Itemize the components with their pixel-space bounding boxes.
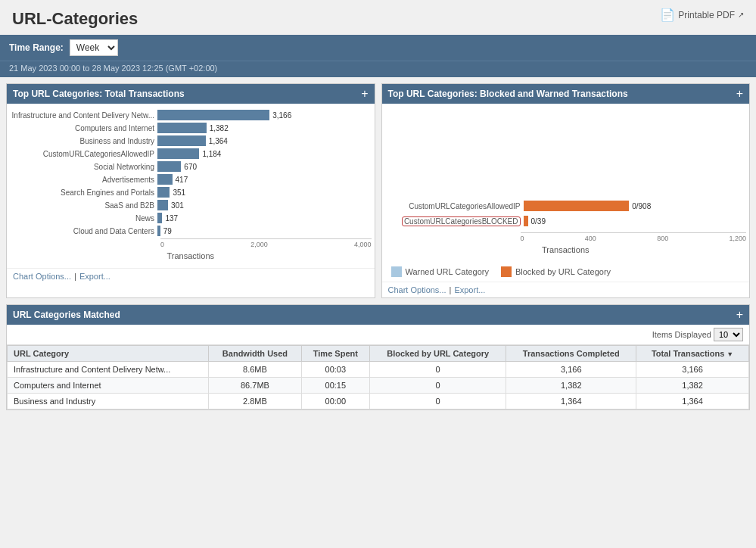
left-bar-fill — [157, 110, 269, 120]
left-bar-value: 137 — [165, 214, 178, 223]
left-bar-fill — [157, 200, 168, 210]
left-chart-header: Top URL Categories: Total Transactions + — [7, 84, 375, 104]
left-chart-area: Infrastructure and Content Delivery Netw… — [7, 104, 375, 268]
table-row: Business and Industry2.8MB00:0001,3641,3… — [8, 394, 749, 409]
right-chart-expand-button[interactable]: + — [736, 88, 743, 100]
left-chart-options-link[interactable]: Chart Options... — [13, 272, 71, 281]
right-bar-fill — [524, 201, 630, 211]
legend-warned-box — [391, 266, 402, 277]
cell-category: Computers and Internet — [8, 378, 209, 394]
right-x-axis-labels: 0 400 800 1,200 — [521, 232, 747, 242]
date-range-bar: 21 May 2023 00:00 to 28 May 2023 12:25 (… — [0, 61, 756, 77]
col-total-transactions[interactable]: Total Transactions ▼ — [636, 346, 749, 362]
right-bar-row: CustomURLCategoriesAllowedIP0/908 — [391, 201, 741, 211]
legend-blocked-label: Blocked by URL Category — [515, 267, 611, 276]
left-bar-label: CustomURLCategoriesAllowedIP — [10, 150, 157, 158]
pdf-link-label: Printable PDF — [678, 10, 735, 20]
col-blocked: Blocked by URL Category — [370, 346, 506, 362]
left-bar-label: Computers and Internet — [10, 124, 157, 132]
charts-row: Top URL Categories: Total Transactions +… — [0, 77, 756, 304]
items-displayed-bar: Items Displayed 10 25 50 — [7, 325, 749, 345]
time-range-bar: Time Range: Week Day Month — [0, 35, 756, 61]
left-bar-value: 351 — [173, 188, 185, 197]
cell-total-tx: 1,382 — [636, 378, 749, 394]
cell-tx-completed: 1,364 — [506, 394, 636, 409]
left-export-link[interactable]: Export... — [79, 272, 110, 281]
left-bar-value: 1,382 — [210, 124, 229, 132]
left-bar-label: SaaS and B2B — [10, 201, 157, 210]
right-footer-separator: | — [450, 285, 452, 294]
table-header: URL Categories Matched + — [7, 305, 749, 325]
cell-bandwidth: 8.6MB — [209, 362, 301, 378]
cell-time: 00:03 — [301, 362, 369, 378]
left-bar-fill — [157, 148, 199, 159]
left-chart-expand-button[interactable]: + — [361, 88, 368, 100]
external-link-icon: ↗ — [738, 11, 744, 19]
left-x-axis-title: Transactions — [10, 251, 372, 260]
cell-bandwidth: 86.7MB — [209, 378, 301, 394]
table-section: URL Categories Matched + Items Displayed… — [6, 304, 750, 410]
right-chart-legend: Warned URL Category Blocked by URL Categ… — [382, 262, 750, 282]
col-url-category: URL Category — [8, 346, 209, 362]
left-bar-fill — [157, 213, 162, 223]
left-bar-value: 1,364 — [209, 137, 228, 145]
left-bar-label: Social Networking — [10, 163, 157, 171]
table-expand-button[interactable]: + — [736, 309, 743, 321]
right-bar-fill — [524, 216, 528, 226]
right-bar-label: CustomURLCategoriesBLOCKED — [391, 216, 524, 226]
date-range-text: 21 May 2023 00:00 to 28 May 2023 12:25 (… — [9, 64, 217, 73]
right-bar-value: 0/39 — [531, 217, 546, 226]
left-bar-row: Infrastructure and Content Delivery Netw… — [10, 110, 372, 120]
left-bar-label: Business and Industry — [10, 137, 157, 145]
left-bar-label: Cloud and Data Centers — [10, 227, 157, 235]
right-chart-title: Top URL Categories: Blocked and Warned T… — [388, 89, 628, 99]
right-chart-options-link[interactable]: Chart Options... — [388, 285, 446, 294]
legend-warned: Warned URL Category — [391, 266, 489, 277]
col-bandwidth-used: Bandwidth Used — [209, 346, 301, 362]
left-bar-row: Search Engines and Portals351 — [10, 187, 372, 198]
left-bar-label: Search Engines and Portals — [10, 188, 157, 197]
items-displayed-select[interactable]: 10 25 50 — [714, 328, 743, 341]
time-range-select[interactable]: Week Day Month — [70, 39, 118, 56]
cell-blocked: 0 — [370, 394, 506, 409]
left-bar-fill — [157, 123, 207, 133]
cell-blocked: 0 — [370, 378, 506, 394]
left-bar-row: Cloud and Data Centers79 — [10, 226, 372, 236]
time-range-label: Time Range: — [9, 42, 64, 53]
left-bar-row: News137 — [10, 213, 372, 223]
cell-time: 00:15 — [301, 378, 369, 394]
left-bar-label: Advertisements — [10, 176, 157, 184]
left-bar-row: CustomURLCategoriesAllowedIP1,184 — [10, 148, 372, 159]
right-chart-footer: Chart Options... | Export... — [382, 282, 750, 297]
right-bar-value: 0/908 — [632, 202, 651, 210]
left-bar-label: Infrastructure and Content Delivery Netw… — [10, 111, 157, 120]
left-bar-fill — [157, 161, 181, 172]
cell-time: 00:00 — [301, 394, 369, 409]
pdf-icon: 📄 — [660, 8, 675, 22]
cell-bandwidth: 2.8MB — [209, 394, 301, 409]
right-bar-label: CustomURLCategoriesAllowedIP — [391, 202, 524, 210]
right-chart-panel: Top URL Categories: Blocked and Warned T… — [381, 83, 751, 298]
table-title: URL Categories Matched — [13, 310, 120, 320]
left-bar-value: 670 — [184, 163, 197, 171]
left-chart-panel: Top URL Categories: Total Transactions +… — [6, 83, 375, 298]
left-bar-row: Advertisements417 — [10, 174, 372, 185]
cell-tx-completed: 3,166 — [506, 362, 636, 378]
legend-blocked: Blocked by URL Category — [501, 266, 611, 277]
right-x-axis-title: Transactions — [385, 245, 747, 254]
left-bar-value: 1,184 — [202, 150, 221, 158]
legend-warned-label: Warned URL Category — [406, 267, 489, 276]
pdf-link[interactable]: 📄 Printable PDF ↗ — [660, 8, 744, 22]
cell-total-tx: 3,166 — [636, 362, 749, 378]
left-bar-row: Social Networking670 — [10, 161, 372, 172]
left-bar-value: 301 — [171, 201, 184, 210]
left-bar-fill — [157, 174, 173, 185]
right-export-link[interactable]: Export... — [454, 285, 485, 294]
items-displayed-label: Items Displayed — [652, 330, 711, 339]
legend-blocked-box — [501, 266, 512, 277]
col-transactions-completed: Transactions Completed — [506, 346, 636, 362]
cell-blocked: 0 — [370, 362, 506, 378]
left-x-axis-labels: 02,0004,000 — [160, 238, 372, 248]
col-time-spent: Time Spent — [301, 346, 369, 362]
right-chart-header: Top URL Categories: Blocked and Warned T… — [382, 84, 750, 104]
